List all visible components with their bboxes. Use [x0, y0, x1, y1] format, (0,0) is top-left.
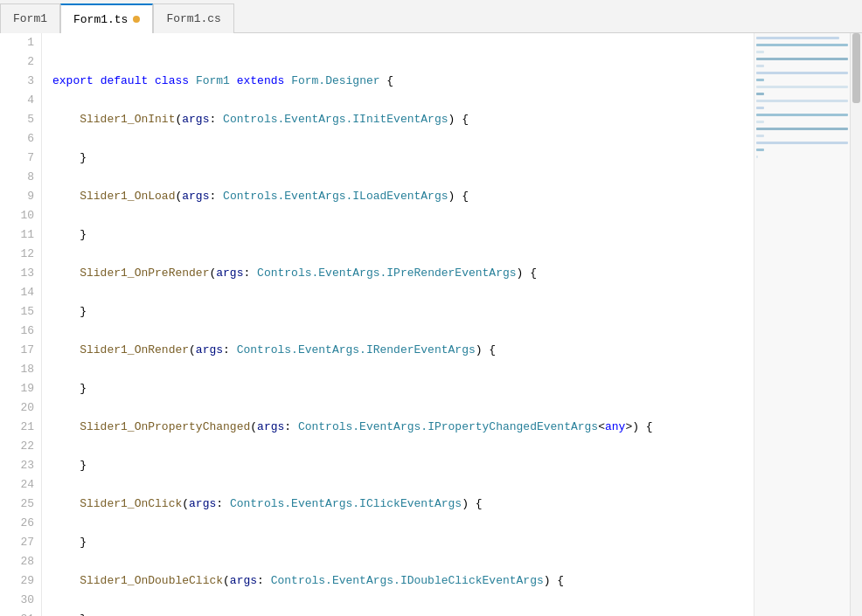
minimap-line-27: [756, 128, 848, 130]
token-cn: Controls.EventArgs.IPreRenderEventArgs: [257, 266, 516, 280]
line-number-17: 17: [7, 341, 34, 360]
token-param: args: [257, 420, 284, 433]
line-number-3: 3: [7, 72, 34, 91]
token-kw: class: [155, 74, 189, 87]
token-plain: (: [182, 497, 189, 510]
token-plain: {: [380, 74, 394, 87]
line-number-4: 4: [7, 91, 34, 110]
token-param: args: [182, 190, 209, 203]
minimap-line-33: [756, 149, 764, 151]
code-line-22: [52, 475, 743, 495]
token-fn: Slider1_OnDoubleClick: [80, 574, 223, 587]
token-plain: }: [52, 382, 87, 395]
token-plain: <: [598, 420, 605, 433]
line-number-25: 25: [7, 495, 34, 514]
token-plain: [52, 113, 80, 126]
code-line-11: Slider1_OnPreRender(args: Controls.Event…: [52, 264, 743, 283]
code-area: 1234567891011121314151617181920212223242…: [0, 33, 754, 616]
line-number-11: 11: [7, 225, 34, 245]
code-line-15: Slider1_OnRender(args: Controls.EventArg…: [52, 341, 743, 360]
code-line-8: [52, 206, 743, 225]
code-line-13: }: [52, 302, 743, 322]
scrollbar-track[interactable]: [850, 33, 862, 616]
tab-form1[interactable]: Form1: [0, 3, 60, 33]
code-line-26: [52, 552, 743, 571]
code-line-9: }: [52, 225, 743, 245]
minimap-line-13: [756, 79, 764, 81]
token-plain: ) {: [517, 266, 537, 280]
line-number-10: 10: [7, 206, 34, 225]
token-plain: [189, 74, 196, 87]
line-number-30: 30: [7, 591, 34, 610]
token-fn: Slider1_OnLoad: [80, 190, 175, 203]
line-number-23: 23: [7, 456, 34, 475]
tab-label-form1ts: Form1.ts: [73, 13, 128, 26]
minimap-line-23: [756, 114, 848, 116]
token-plain: ) {: [462, 497, 482, 510]
line-number-22: 22: [7, 437, 34, 456]
code-line-7: Slider1_OnLoad(args: Controls.EventArgs.…: [52, 187, 743, 206]
token-plain: :: [284, 420, 298, 433]
line-number-2: 2: [7, 52, 34, 72]
token-fn: Slider1_OnPropertyChanged: [80, 420, 250, 433]
token-plain: :: [209, 190, 223, 203]
token-plain: >) {: [625, 420, 652, 433]
line-number-15: 15: [7, 302, 34, 322]
token-plain: :: [243, 266, 257, 280]
token-kw: default: [101, 74, 149, 87]
token-plain: (: [250, 420, 257, 433]
code-line-24: [52, 514, 743, 533]
code-line-21: }: [52, 456, 743, 475]
token-cn: Controls.EventArgs.IRenderEventArgs: [237, 343, 476, 356]
token-cn: Controls.EventArgs.IDoubleClickEventArgs: [271, 574, 544, 587]
token-plain: [52, 343, 80, 356]
tab-label-form1cs: Form1.cs: [166, 12, 220, 25]
line-number-31: 31: [7, 610, 34, 616]
token-plain: [52, 266, 80, 280]
line-number-19: 19: [7, 379, 34, 398]
code-line-16: [52, 360, 743, 379]
line-number-28: 28: [7, 552, 34, 571]
minimap-line-21: [756, 107, 764, 109]
token-plain: [284, 74, 291, 87]
minimap: [754, 33, 850, 616]
editor-main[interactable]: 1234567891011121314151617181920212223242…: [0, 33, 754, 616]
token-plain: ) {: [476, 343, 496, 356]
code-line-18: [52, 398, 743, 418]
line-number-21: 21: [7, 418, 34, 437]
code-content: export default class Form1 extends Form.…: [42, 33, 754, 616]
minimap-line-17: [756, 93, 764, 95]
tab-form1cs[interactable]: Form1.cs: [153, 3, 233, 33]
scrollbar-thumb[interactable]: [852, 33, 860, 103]
token-plain: [94, 74, 101, 87]
token-plain: ) {: [544, 574, 564, 587]
token-fn: Slider1_OnPreRender: [80, 266, 209, 280]
token-cn: Controls.EventArgs.IClickEventArgs: [230, 497, 462, 510]
line-number-12: 12: [7, 245, 34, 264]
minimap-line-25: [756, 121, 764, 123]
code-line-23: Slider1_OnClick(args: Controls.EventArgs…: [52, 495, 743, 514]
token-param: args: [182, 113, 209, 126]
token-param: args: [189, 497, 216, 510]
token-plain: :: [216, 497, 230, 510]
minimap-line-3: [756, 44, 848, 46]
line-number-6: 6: [7, 129, 34, 149]
token-plain: [230, 74, 237, 87]
token-plain: }: [52, 151, 87, 164]
minimap-line-31: [756, 142, 848, 144]
line-number-26: 26: [7, 514, 34, 533]
code-line-3: Slider1_OnInit(args: Controls.EventArgs.…: [52, 110, 743, 129]
token-param: args: [196, 343, 223, 356]
minimap-line-29: [756, 135, 764, 137]
code-line-12: [52, 283, 743, 302]
line-number-27: 27: [7, 533, 34, 552]
line-number-24: 24: [7, 475, 34, 495]
minimap-content: [754, 33, 850, 163]
tab-form1ts[interactable]: Form1.ts: [60, 3, 153, 33]
code-line-14: [52, 322, 743, 341]
token-plain: }: [52, 228, 87, 241]
line-number-7: 7: [7, 149, 34, 168]
token-plain: }: [52, 459, 87, 472]
token-plain: [52, 420, 80, 433]
tab-dirty-indicator-form1ts: [133, 16, 140, 23]
